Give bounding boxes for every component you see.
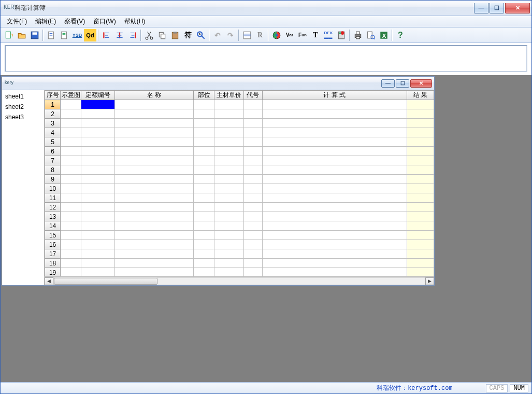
row-header[interactable]: 15 <box>45 231 61 240</box>
cell[interactable] <box>194 175 214 184</box>
cell[interactable] <box>81 268 114 277</box>
cell[interactable] <box>243 175 262 184</box>
cell[interactable] <box>61 128 81 137</box>
row-header[interactable]: 17 <box>45 249 61 259</box>
cell[interactable] <box>214 268 243 277</box>
table-row[interactable]: 13 <box>45 212 434 221</box>
sheet-tab[interactable]: sheet1 <box>2 91 44 102</box>
cell[interactable] <box>194 156 214 165</box>
col-diagram[interactable]: 示意图 <box>61 91 81 100</box>
cell[interactable] <box>214 231 243 240</box>
cell[interactable] <box>114 128 194 137</box>
cell[interactable] <box>243 221 262 231</box>
child-maximize-button[interactable]: ☐ <box>396 79 409 88</box>
table-row[interactable]: 6 <box>45 147 434 156</box>
scroll-track[interactable] <box>53 277 425 285</box>
cell[interactable] <box>81 100 114 109</box>
data-grid[interactable]: 序号 示意图 定额编号 名 称 部位 主材单价 代号 计 算 式 结 果 <box>45 90 434 276</box>
cell[interactable] <box>214 193 243 203</box>
cell[interactable] <box>407 165 434 175</box>
cell[interactable] <box>214 165 243 175</box>
cell[interactable] <box>114 268 194 277</box>
cell[interactable] <box>81 175 114 184</box>
cell[interactable] <box>194 203 214 212</box>
cell[interactable] <box>214 249 243 259</box>
cell[interactable] <box>407 268 434 277</box>
table-row[interactable]: 15 <box>45 231 434 240</box>
cell[interactable] <box>61 203 81 212</box>
row-header[interactable]: 9 <box>45 175 61 184</box>
horizontal-scrollbar[interactable]: ◀ ▶ <box>45 276 434 285</box>
cell[interactable] <box>81 240 114 249</box>
tb-undo-icon[interactable]: ↶ <box>211 29 224 41</box>
cell[interactable] <box>262 109 407 119</box>
cell[interactable] <box>194 119 214 128</box>
row-header[interactable]: 14 <box>45 221 61 231</box>
cell[interactable] <box>81 156 114 165</box>
scroll-thumb[interactable] <box>54 278 157 285</box>
tb-char-icon[interactable]: 符 <box>182 29 194 41</box>
cell[interactable] <box>407 109 434 119</box>
cell[interactable] <box>114 119 194 128</box>
table-row[interactable]: 2 <box>45 109 434 119</box>
cell[interactable] <box>114 203 194 212</box>
row-header[interactable]: 1 <box>45 100 61 109</box>
cell[interactable] <box>262 165 407 175</box>
cell[interactable] <box>407 240 434 249</box>
table-row[interactable]: 1 <box>45 100 434 109</box>
row-header[interactable]: 19 <box>45 268 61 277</box>
cell[interactable] <box>262 221 407 231</box>
cell[interactable] <box>262 184 407 193</box>
cell[interactable] <box>194 193 214 203</box>
cell[interactable] <box>243 259 262 268</box>
cell[interactable] <box>194 259 214 268</box>
cell[interactable] <box>262 147 407 156</box>
cell[interactable] <box>243 193 262 203</box>
tb-copy-icon[interactable] <box>156 29 168 41</box>
cell[interactable] <box>114 109 194 119</box>
cell[interactable] <box>243 100 262 109</box>
cell[interactable] <box>114 221 194 231</box>
cell[interactable] <box>262 203 407 212</box>
cell[interactable] <box>214 119 243 128</box>
cell[interactable] <box>194 231 214 240</box>
cell[interactable] <box>243 137 262 147</box>
status-link[interactable]: kerysoft.com <box>408 385 452 392</box>
cell[interactable] <box>194 212 214 221</box>
table-row[interactable]: 4 <box>45 128 434 137</box>
sheet-tab[interactable]: sheet3 <box>2 112 44 122</box>
row-header[interactable]: 7 <box>45 156 61 165</box>
cell[interactable] <box>262 100 407 109</box>
cell[interactable] <box>262 259 407 268</box>
cell[interactable] <box>214 175 243 184</box>
tb-ysb-icon[interactable]: YSB <box>71 29 83 41</box>
tb-dek-icon[interactable]: DEK▬▬ <box>322 29 335 41</box>
tb-T-icon[interactable]: T <box>309 29 322 41</box>
cell[interactable] <box>407 128 434 137</box>
cell[interactable] <box>114 156 194 165</box>
cell[interactable] <box>214 100 243 109</box>
tb-new-icon[interactable] <box>3 29 15 41</box>
row-header[interactable]: 2 <box>45 109 61 119</box>
table-row[interactable]: 7 <box>45 156 434 165</box>
col-price[interactable]: 主材单价 <box>214 91 243 100</box>
cell[interactable] <box>243 212 262 221</box>
row-header[interactable]: 16 <box>45 240 61 249</box>
cell[interactable] <box>61 165 81 175</box>
cell[interactable] <box>243 184 262 193</box>
cell[interactable] <box>114 137 194 147</box>
cell[interactable] <box>81 184 114 193</box>
table-row[interactable]: 12 <box>45 203 434 212</box>
cell[interactable] <box>194 137 214 147</box>
row-header[interactable]: 13 <box>45 212 61 221</box>
tb-open-icon[interactable] <box>16 29 28 41</box>
cell[interactable] <box>81 203 114 212</box>
cell[interactable] <box>243 249 262 259</box>
row-header[interactable]: 5 <box>45 137 61 147</box>
table-row[interactable]: 19 <box>45 268 434 277</box>
cell[interactable] <box>407 212 434 221</box>
cell[interactable] <box>114 100 194 109</box>
tb-find-icon[interactable]: A <box>195 29 207 41</box>
col-sym[interactable]: 代号 <box>243 91 262 100</box>
cell[interactable] <box>194 240 214 249</box>
